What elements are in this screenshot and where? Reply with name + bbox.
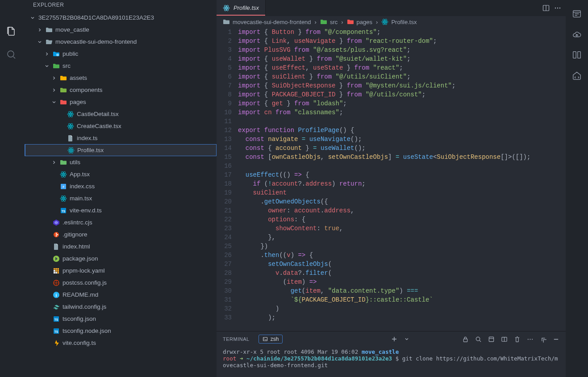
chevron-down-icon[interactable] <box>404 336 409 342</box>
tree-item[interactable]: assets <box>25 72 217 84</box>
code-line[interactable]: import { useWallet } from "@suiet/wallet… <box>238 54 566 63</box>
breadcrumb-item[interactable]: pages <box>347 18 372 25</box>
tree-item[interactable]: CreateCastle.tsx <box>25 120 217 132</box>
code-line[interactable]: const { account } = useWallet(); <box>238 144 566 153</box>
tree-item[interactable]: components <box>25 84 217 96</box>
code-line[interactable]: .then((v) => { <box>238 251 566 260</box>
breadcrumb-item[interactable]: movecastle-sui-demo-frontend <box>223 18 311 25</box>
code-line[interactable]: }) <box>238 242 566 251</box>
home-code-icon[interactable] <box>572 70 582 80</box>
code-line[interactable]: import { suiClient } from "@/utils/suiCl… <box>238 72 566 81</box>
code-line[interactable]: if (!account?.address) return; <box>238 179 566 188</box>
tree-item[interactable]: .eslintrc.cjs <box>25 216 217 228</box>
chevron-right-icon[interactable] <box>44 51 50 57</box>
tree-item[interactable]: vite.config.ts <box>25 337 217 349</box>
chevron-right-icon[interactable] <box>51 159 57 166</box>
code-line[interactable]: setOwnCastleObjs( <box>238 260 566 269</box>
outline-icon[interactable] <box>572 9 582 19</box>
code-editor[interactable]: 1234567891011121314151617181920212223242… <box>217 28 566 331</box>
split-editor-icon[interactable] <box>542 4 550 12</box>
tree-item[interactable]: movecastle-sui-demo-frontend <box>25 36 217 48</box>
code-line[interactable]: v.data?.filter( <box>238 269 566 278</box>
tree-item[interactable]: public <box>25 48 217 60</box>
code-line[interactable]: import { Button } from "@/components"; <box>238 28 566 37</box>
code-line[interactable] <box>238 162 566 170</box>
code-line[interactable]: get(item, "data.content.type") === <box>238 286 566 295</box>
code-line[interactable]: ); <box>238 313 566 322</box>
chevron-right-icon[interactable] <box>37 27 43 33</box>
tree-item[interactable]: postcss.config.js <box>25 277 217 289</box>
tree-item[interactable]: utils <box>25 156 217 168</box>
tree-item[interactable]: index.html <box>25 240 217 253</box>
tree-item[interactable]: pages <box>25 96 217 108</box>
layout-icon[interactable] <box>572 50 582 60</box>
chevron-down-icon[interactable] <box>29 15 36 21</box>
tree-item[interactable]: CastleDetail.tsx <box>25 108 217 120</box>
code-line[interactable]: import { useEffect, useState } from "rea… <box>238 63 566 72</box>
terminal-session[interactable]: zsh <box>259 335 283 344</box>
maximize-panel-icon[interactable] <box>540 336 546 343</box>
tab-profile[interactable]: Profile.tsx <box>217 0 266 16</box>
code-line[interactable]: ) <box>238 304 566 313</box>
tree-item[interactable]: main.tsx <box>25 192 217 204</box>
code-line[interactable]: const [ownCastleObjs, setOwnCastleObjs] … <box>238 153 566 162</box>
breadcrumb-item[interactable]: src <box>320 18 338 25</box>
tree-item[interactable]: Profile.tsx <box>25 144 217 156</box>
code-line[interactable]: suiClient <box>238 188 566 197</box>
tree-item[interactable]: .gitignore <box>25 228 217 240</box>
code-line[interactable]: showContent: true, <box>238 224 566 233</box>
breadcrumb-item[interactable]: Profile.tsx <box>381 18 417 25</box>
hide-panel-icon[interactable] <box>553 336 559 343</box>
breadcrumbs[interactable]: movecastle-sui-demo-frontend›src›pages›P… <box>217 16 566 28</box>
tree-item[interactable]: index.ts <box>25 132 217 144</box>
code-line[interactable]: `${PACKAGE_OBJECT_ID}::castle::Castle` <box>238 295 566 304</box>
lock-icon[interactable] <box>462 336 469 343</box>
chevron-down-icon[interactable] <box>51 99 57 105</box>
more-actions-icon[interactable] <box>527 336 534 343</box>
code-line[interactable]: import PlusSVG from "@/assets/plus.svg?r… <box>238 46 566 54</box>
code-line[interactable]: useEffect(() => { <box>238 170 566 179</box>
tree-item[interactable]: package.json <box>25 253 217 265</box>
code-line[interactable]: owner: account.address, <box>238 206 566 215</box>
code-line[interactable]: import cn from "classnames"; <box>238 108 566 117</box>
tree-item[interactable]: 3E27557B2B084D1CA8DA89101E23A2E3 <box>25 12 217 24</box>
tree-item[interactable]: App.tsx <box>25 168 217 180</box>
chevron-right-icon[interactable] <box>51 75 57 81</box>
split-terminal-icon[interactable] <box>501 336 508 343</box>
code-line[interactable]: (item) => <box>238 278 566 286</box>
tree-item[interactable]: TStsconfig.node.json <box>25 325 217 337</box>
code-line[interactable]: import { Link, useNavigate } from "react… <box>238 37 566 46</box>
panel-tab-terminal[interactable]: TERMINAL <box>223 331 250 347</box>
explorer-activity-icon[interactable] <box>5 25 17 37</box>
chevron-down-icon[interactable] <box>37 39 43 45</box>
code-line[interactable]: .getOwnedObjects({ <box>238 197 566 206</box>
code-line[interactable]: import { PACKAGE_OBJECT_ID } from "@/uti… <box>238 90 566 99</box>
tree-item[interactable]: src <box>25 60 217 72</box>
code-line[interactable]: import { SuiObjectResponse } from "@myst… <box>238 81 566 90</box>
code-line[interactable]: export function ProfilePage() { <box>238 126 566 135</box>
search-activity-icon[interactable] <box>5 48 17 61</box>
more-actions-icon[interactable] <box>554 4 561 12</box>
cloud-icon[interactable] <box>572 29 582 39</box>
clear-icon[interactable] <box>488 336 495 343</box>
tree-item[interactable]: TSvite-env.d.ts <box>25 204 217 216</box>
code-line[interactable] <box>238 117 566 126</box>
code-line[interactable]: const navigate = useNavigate(); <box>238 135 566 144</box>
chevron-right-icon[interactable] <box>51 87 57 93</box>
tree-item[interactable]: pnpm-lock.yaml <box>25 265 217 277</box>
code-line[interactable]: }, <box>238 233 566 242</box>
tree-item[interactable]: tailwind.config.js <box>25 301 217 313</box>
tree-item[interactable]: TStsconfig.json <box>25 313 217 325</box>
code-line[interactable]: import { get } from "lodash"; <box>238 99 566 108</box>
new-terminal-icon[interactable] <box>391 336 398 343</box>
react-icon <box>67 147 75 154</box>
terminal-output[interactable]: drwxr-xr-x 5 root root 4096 Mar 19 06:02… <box>217 347 566 377</box>
search-icon[interactable] <box>475 336 482 343</box>
tree-item[interactable]: #index.css <box>25 180 217 192</box>
kill-terminal-icon[interactable] <box>514 336 521 343</box>
tree-item[interactable]: move_castle <box>25 24 217 36</box>
chevron-down-icon[interactable] <box>44 63 50 69</box>
tree-item[interactable]: iREADME.md <box>25 289 217 301</box>
code-line[interactable]: options: { <box>238 215 566 224</box>
code-area[interactable]: import { Button } from "@/components";im… <box>238 28 566 331</box>
